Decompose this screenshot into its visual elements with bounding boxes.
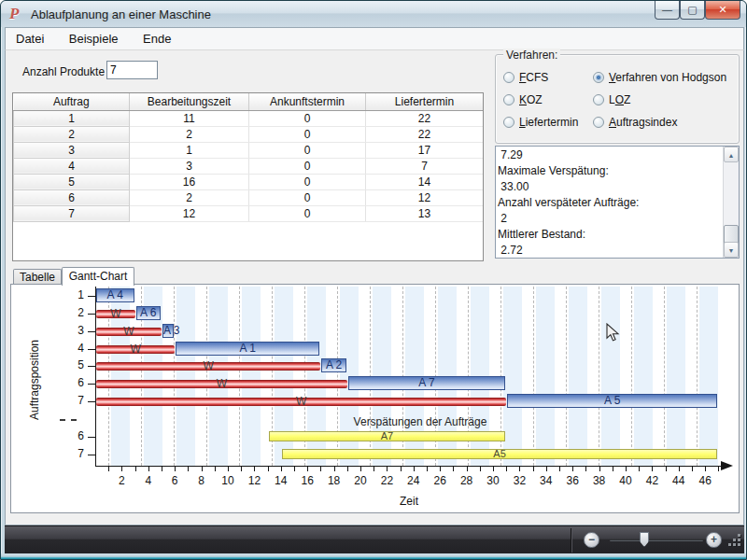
results-scrollbar[interactable]: ▲ ▼ xyxy=(723,147,739,258)
job-bar[interactable]: A 7 xyxy=(348,376,505,390)
table-cell[interactable]: 11 xyxy=(130,110,249,126)
table-cell[interactable]: 22 xyxy=(366,126,484,142)
job-bar[interactable]: A 4 xyxy=(96,288,134,302)
radio-circle-icon[interactable] xyxy=(503,72,514,83)
table-row[interactable]: 22022 xyxy=(14,126,484,142)
product-count-input[interactable] xyxy=(106,61,158,79)
zoom-slider-track[interactable] xyxy=(610,539,703,541)
y-row-label: 3 xyxy=(63,324,84,337)
zoom-in-button[interactable]: + xyxy=(706,532,722,548)
x-tick xyxy=(705,467,706,471)
x-tick xyxy=(639,467,640,471)
row-header-cell[interactable]: 7 xyxy=(14,205,130,221)
wait-bar-label: W xyxy=(96,342,175,357)
x-tick-label: 12 xyxy=(243,474,265,487)
row-header-cell[interactable]: 4 xyxy=(14,158,130,174)
x-tick xyxy=(652,467,653,471)
x-tick xyxy=(493,467,494,471)
close-button[interactable]: ✕ xyxy=(705,1,740,20)
scroll-up-icon: ▲ xyxy=(728,152,735,159)
table-cell[interactable]: 17 xyxy=(366,142,484,158)
table-row[interactable]: 516014 xyxy=(14,174,484,189)
radio-circle-icon[interactable] xyxy=(593,72,604,83)
job-bar[interactable]: A 3 xyxy=(162,324,174,338)
y-tick xyxy=(88,455,95,455)
scroll-up-button[interactable]: ▲ xyxy=(724,147,739,162)
jobs-table-col-header[interactable]: Ankunftstermin xyxy=(249,93,366,110)
jobs-table[interactable]: AuftragBearbeitungszeitAnkunftsterminLie… xyxy=(12,92,484,261)
jobs-table-col-header[interactable]: Bearbeitungszeit xyxy=(130,93,249,110)
row-header-cell[interactable]: 1 xyxy=(14,110,130,126)
x-tick-label: 34 xyxy=(535,474,557,487)
y-row-label: 4 xyxy=(63,342,84,355)
table-cell[interactable]: 0 xyxy=(249,174,366,189)
x-tick-label: 40 xyxy=(614,474,637,487)
x-tick xyxy=(320,467,321,471)
wait-bar-label: W xyxy=(96,358,320,373)
radio-option-verfahren-von-hodgson[interactable]: Verfahren von Hodgson xyxy=(593,71,733,84)
radio-option-loz[interactable]: LOZ xyxy=(593,93,733,106)
table-cell[interactable]: 2 xyxy=(130,189,249,205)
table-cell[interactable]: 0 xyxy=(249,189,366,205)
table-row[interactable]: 4307 xyxy=(14,158,484,174)
zoom-slider-thumb[interactable] xyxy=(640,532,649,547)
scroll-down-button[interactable]: ▼ xyxy=(724,242,739,258)
job-bar[interactable]: A 5 xyxy=(507,394,717,408)
table-cell[interactable]: 7 xyxy=(366,158,484,174)
table-cell[interactable]: 16 xyxy=(130,174,249,189)
table-cell[interactable]: 0 xyxy=(249,205,366,221)
radio-circle-icon[interactable] xyxy=(503,94,514,105)
menu-item-datei[interactable]: Datei xyxy=(6,28,54,50)
job-bar[interactable]: A 6 xyxy=(136,306,161,320)
table-cell[interactable]: 12 xyxy=(130,205,249,221)
table-cell[interactable]: 14 xyxy=(366,174,484,189)
jobs-table-col-header[interactable]: Auftrag xyxy=(14,93,130,110)
table-row[interactable]: 712013 xyxy=(14,205,484,221)
radio-circle-icon[interactable] xyxy=(593,94,604,105)
row-header-cell[interactable]: 6 xyxy=(14,189,130,205)
maximize-button[interactable]: ▢ xyxy=(680,1,705,20)
menu-item-ende[interactable]: Ende xyxy=(133,28,181,50)
row-header-cell[interactable]: 2 xyxy=(14,126,130,142)
x-tick xyxy=(414,467,415,471)
table-row[interactable]: 31017 xyxy=(14,142,484,158)
job-bar[interactable]: A 1 xyxy=(176,342,319,356)
title-bar[interactable]: P Ablaufplanung an einer Maschine — ▢ ✕ xyxy=(1,1,746,27)
resize-grip[interactable] xyxy=(728,534,741,547)
table-row[interactable]: 62012 xyxy=(14,189,484,205)
y-tick xyxy=(88,349,95,350)
minimize-button[interactable]: — xyxy=(655,1,680,20)
radio-label: Verfahren von Hodgson xyxy=(609,71,726,84)
radio-option-auftragsindex[interactable]: Auftragsindex xyxy=(593,116,733,129)
menu-item-beispiele[interactable]: Beispiele xyxy=(59,28,129,50)
table-cell[interactable]: 0 xyxy=(249,110,366,126)
app-icon: P xyxy=(9,6,26,22)
table-cell[interactable]: 22 xyxy=(366,110,484,126)
table-cell[interactable]: 0 xyxy=(249,126,366,142)
tab-gantt-chart[interactable]: Gantt-Chart xyxy=(62,267,134,286)
x-tick xyxy=(360,467,361,471)
table-cell[interactable]: 3 xyxy=(130,158,249,174)
delay-bar[interactable]: A5 xyxy=(282,449,718,459)
radio-circle-icon[interactable] xyxy=(593,117,604,128)
table-row[interactable]: 111022 xyxy=(14,110,484,126)
row-header-cell[interactable]: 5 xyxy=(14,174,130,189)
row-header-cell[interactable]: 3 xyxy=(14,142,130,158)
x-tick-label: 4 xyxy=(137,474,160,487)
delay-bar[interactable]: A7 xyxy=(269,431,506,441)
table-cell[interactable]: 0 xyxy=(249,142,366,158)
table-cell[interactable]: 1 xyxy=(130,142,249,158)
radio-label: LOZ xyxy=(609,93,630,106)
table-cell[interactable]: 12 xyxy=(366,189,484,205)
table-cell[interactable]: 13 xyxy=(366,205,484,221)
table-cell[interactable]: 2 xyxy=(130,126,249,142)
jobs-table-col-header[interactable]: Liefertermin xyxy=(366,93,484,110)
job-bar[interactable]: A 2 xyxy=(321,358,345,372)
zoom-out-button[interactable]: − xyxy=(584,532,599,548)
x-tick xyxy=(307,467,308,471)
results-box[interactable]: 7.29Maximale Verspätung: 33.00Anzahl ver… xyxy=(495,146,740,259)
table-cell[interactable]: 0 xyxy=(249,158,366,174)
menu-bar: Datei Beispiele Ende xyxy=(5,27,744,49)
scroll-down-icon: ▼ xyxy=(728,247,735,254)
radio-circle-icon[interactable] xyxy=(503,117,514,128)
